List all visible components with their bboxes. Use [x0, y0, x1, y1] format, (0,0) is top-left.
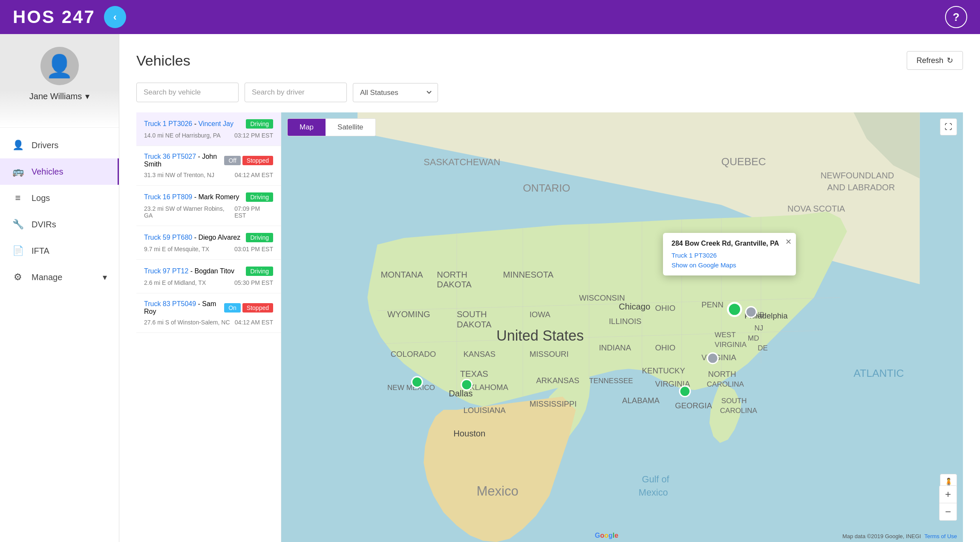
sidebar-item-drivers[interactable]: 👤 Drivers	[0, 132, 119, 158]
svg-text:NORTH: NORTH	[708, 370, 736, 379]
vehicle-item[interactable]: Truck 36 PT5027 - John Smith Off Stopped…	[136, 146, 281, 186]
vehicle-time: 03:01 PM EST	[234, 246, 273, 252]
status-badge: Driving	[246, 119, 273, 129]
svg-text:United States: United States	[496, 327, 584, 344]
vehicle-location: 31.3 mi NW of Trenton, NJ	[144, 172, 214, 178]
vehicle-item[interactable]: Truck 16 PT809 - Mark Romery Driving 23.…	[136, 186, 281, 226]
refresh-icon: ↻	[947, 56, 953, 65]
map-popup-googlemaps-link[interactable]: Show on Google Maps	[672, 261, 787, 269]
vehicle-location: 23.2 mi SW of Warner Robins, GA	[144, 205, 234, 219]
vehicle-location: 9.7 mi E of Mesquite, TX	[144, 246, 209, 252]
page-title: Vehicles	[136, 52, 190, 69]
svg-text:ILLINOIS: ILLINOIS	[609, 317, 642, 326]
tab-satellite[interactable]: Satellite	[326, 119, 375, 136]
app-header: HOS 247 ‹ ?	[0, 0, 980, 34]
svg-text:ARKANSAS: ARKANSAS	[536, 376, 579, 385]
svg-text:NEWFOUNDLAND: NEWFOUNDLAND	[821, 171, 894, 180]
svg-text:MONTANA: MONTANA	[380, 270, 423, 279]
svg-text:Gulf of: Gulf of	[642, 474, 670, 485]
vehicle-truck-link[interactable]: Truck 16 PT809	[144, 193, 192, 201]
svg-text:COLORADO: COLORADO	[391, 350, 436, 358]
sidebar-item-vehicles[interactable]: 🚌 Vehicles	[0, 158, 119, 185]
username-display[interactable]: Jane Williams ▾	[29, 91, 89, 101]
sidebar-user-section: 👤 Jane Williams ▾	[0, 34, 119, 128]
map-fullscreen-button[interactable]: ⛶	[940, 118, 957, 135]
svg-text:WISCONSIN: WISCONSIN	[579, 293, 625, 302]
vehicle-driver-link[interactable]: Vincent Jay	[198, 120, 233, 127]
svg-text:SOUTH: SOUTH	[457, 310, 487, 319]
separator: - Bogdan Titov	[190, 267, 234, 275]
svg-text:ONTARIO: ONTARIO	[523, 182, 570, 194]
svg-text:LOUISIANA: LOUISIANA	[463, 406, 506, 415]
zoom-in-button[interactable]: +	[940, 486, 957, 503]
sidebar-item-label: Logs	[32, 193, 50, 203]
vehicle-truck-link[interactable]: Truck 59 PT680	[144, 234, 192, 241]
svg-text:NEW MEXICO: NEW MEXICO	[387, 384, 435, 392]
manage-chevron-icon: ▾	[103, 272, 107, 282]
map-popup-truck-link[interactable]: Truck 1 PT3026	[672, 252, 787, 259]
svg-text:Mexico: Mexico	[476, 484, 518, 499]
svg-text:KANSAS: KANSAS	[463, 350, 496, 358]
svg-text:Dallas: Dallas	[449, 389, 473, 398]
svg-text:DE: DE	[758, 344, 768, 352]
sidebar-item-logs[interactable]: ≡ Logs	[0, 185, 119, 211]
vehicle-item[interactable]: Truck 59 PT680 - Diego Alvarez Driving 9…	[136, 226, 281, 260]
status-badge-stopped: Stopped	[242, 156, 273, 165]
svg-text:DAKOTA: DAKOTA	[437, 280, 472, 289]
terms-of-use-link[interactable]: Terms of Use	[924, 533, 957, 539]
status-badge-on: On	[224, 303, 241, 313]
zoom-out-button[interactable]: −	[940, 503, 957, 520]
svg-text:IOWA: IOWA	[530, 310, 551, 319]
tab-map[interactable]: Map	[288, 119, 326, 136]
content-area: Vehicles Refresh ↻ All Statuses Driving …	[119, 34, 980, 542]
vehicle-truck-link[interactable]: Truck 1 PT3026	[144, 120, 192, 127]
sidebar-item-manage[interactable]: ⚙ Manage ▾	[0, 264, 119, 290]
refresh-button[interactable]: Refresh ↻	[907, 51, 963, 70]
vehicle-truck-link[interactable]: Truck 36 PT5027	[144, 153, 196, 160]
filters-bar: All Statuses Driving On Duty Off Duty St…	[136, 83, 963, 102]
vehicle-time: 03:12 PM EST	[234, 132, 273, 139]
person-icon: 👤	[46, 53, 73, 79]
svg-text:NJ: NJ	[754, 324, 763, 332]
svg-point-69	[680, 386, 690, 397]
vehicle-location: 27.6 mi S of Winston-Salem, NC	[144, 319, 230, 326]
svg-text:MISSISSIPPI: MISSISSIPPI	[530, 399, 577, 408]
sidebar-item-dvirs[interactable]: 🔧 DVIRs	[0, 211, 119, 238]
sidebar-item-ifta[interactable]: 📄 IFTA	[0, 238, 119, 264]
svg-text:SOUTH: SOUTH	[721, 397, 747, 405]
help-icon: ?	[953, 11, 960, 24]
vehicle-truck-link[interactable]: Truck 83 PT5049	[144, 300, 196, 307]
sidebar-item-label: DVIRs	[32, 220, 56, 229]
svg-text:VIRGINIA: VIRGINIA	[715, 341, 747, 349]
status-filter-select[interactable]: All Statuses Driving On Duty Off Duty St…	[353, 83, 438, 102]
map-svg: ATLANTIC Gulf of Mexico	[281, 112, 963, 542]
svg-text:Houston: Houston	[453, 429, 485, 438]
svg-text:GEORGIA: GEORGIA	[675, 401, 712, 410]
search-vehicle-input[interactable]	[136, 83, 239, 102]
fullscreen-icon: ⛶	[945, 123, 952, 132]
ifta-icon: 📄	[12, 245, 24, 256]
status-badge: Driving	[246, 192, 273, 202]
vehicle-time: 05:30 PM EST	[234, 279, 273, 286]
map-popup: ✕ 284 Bow Creek Rd, Grantville, PA Truck…	[663, 233, 796, 275]
vehicle-item[interactable]: Truck 97 PT12 - Bogdan Titov Driving 2.6…	[136, 260, 281, 293]
svg-point-71	[412, 377, 422, 387]
vehicle-list: Truck 1 PT3026 - Vincent Jay Driving 14.…	[136, 112, 281, 542]
vehicle-item[interactable]: Truck 1 PT3026 - Vincent Jay Driving 14.…	[136, 112, 281, 146]
help-button[interactable]: ?	[945, 6, 967, 28]
vehicles-icon: 🚌	[12, 166, 24, 177]
vehicle-truck-link[interactable]: Truck 97 PT12	[144, 267, 188, 275]
back-icon: ‹	[113, 11, 117, 23]
svg-text:PENN: PENN	[701, 300, 723, 309]
status-badge-stopped: Stopped	[242, 303, 273, 313]
back-button[interactable]: ‹	[104, 6, 126, 28]
google-logo: Google	[595, 532, 618, 539]
vehicle-item[interactable]: Truck 83 PT5049 - Sam Roy On Stopped 27.…	[136, 293, 281, 333]
map-container[interactable]: ATLANTIC Gulf of Mexico	[281, 112, 963, 542]
search-driver-input[interactable]	[245, 83, 347, 102]
app-logo: HOS 247	[13, 7, 95, 27]
svg-text:QUEBEC: QUEBEC	[721, 156, 766, 167]
map-popup-close-button[interactable]: ✕	[785, 237, 792, 247]
username-label: Jane Williams	[29, 92, 82, 101]
separator: - Mark Romery	[194, 193, 239, 201]
